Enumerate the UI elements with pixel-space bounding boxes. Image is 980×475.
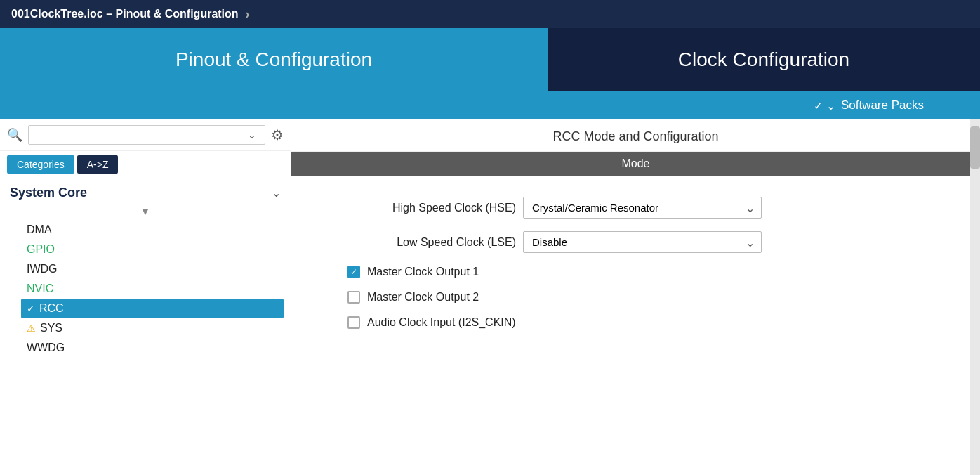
- rcc-label: RCC: [39, 302, 64, 315]
- gpio-label: GPIO: [27, 243, 55, 256]
- search-input-container[interactable]: ⌄: [28, 125, 265, 145]
- sidebar-item-iwdg[interactable]: IWDG: [21, 259, 291, 279]
- sidebar-item-sys[interactable]: ⚠ SYS: [21, 318, 291, 338]
- system-core-header[interactable]: System Core ⌄: [0, 178, 291, 204]
- sidebar-item-rcc[interactable]: ✓ RCC: [21, 299, 284, 318]
- wwdg-label: WWDG: [27, 341, 65, 354]
- audio-clock-checkbox[interactable]: [347, 316, 360, 329]
- tab-header: Pinout & Configuration Clock Configurati…: [0, 28, 980, 91]
- tab-az[interactable]: A->Z: [77, 155, 119, 174]
- sidebar: 🔍 ⌄ ⚙ Categories A->Z System Core ⌄ ▼: [0, 119, 291, 475]
- lse-label: Low Speed Clock (LSE): [319, 236, 516, 249]
- sys-warn-icon: ⚠: [27, 323, 36, 334]
- title-bar: 001ClockTree.ioc – Pinout & Configuratio…: [0, 0, 980, 28]
- sidebar-item-dma[interactable]: DMA: [21, 220, 291, 240]
- sidebar-item-nvic[interactable]: NVIC: [21, 279, 291, 299]
- search-dropdown-icon[interactable]: ⌄: [248, 129, 259, 141]
- tab-pinout-label: Pinout & Configuration: [176, 48, 372, 71]
- hse-select-wrapper: Crystal/Ceramic Resonator Disable BYPASS…: [523, 197, 762, 219]
- lse-select-wrapper: Disable Crystal/Ceramic Resonator BYPASS…: [523, 231, 762, 253]
- title-chevron-icon: ›: [246, 7, 250, 22]
- master-clock-2-label: Master Clock Output 2: [367, 291, 479, 304]
- category-tabs: Categories A->Z: [0, 151, 291, 178]
- scrollbar-thumb[interactable]: [970, 126, 980, 169]
- tab-categories-label: Categories: [17, 159, 65, 170]
- system-core-chevron-icon: ⌄: [272, 186, 281, 200]
- master-clock-1-checkbox[interactable]: ✓: [347, 266, 360, 278]
- sys-label: SYS: [40, 322, 62, 334]
- lse-select[interactable]: Disable Crystal/Ceramic Resonator BYPASS…: [523, 231, 762, 253]
- hse-select[interactable]: Crystal/Ceramic Resonator Disable BYPASS…: [523, 197, 762, 219]
- sort-icon-row: ▼: [0, 204, 291, 220]
- scrollbar-track[interactable]: [970, 119, 980, 475]
- search-input[interactable]: [34, 129, 248, 141]
- software-packs-label: Software Packs: [841, 98, 924, 112]
- master-clock-1-check-icon: ✓: [350, 267, 357, 277]
- config-rows: High Speed Clock (HSE) Crystal/Ceramic R…: [291, 190, 980, 349]
- tab-categories[interactable]: Categories: [7, 155, 74, 174]
- search-icon: 🔍: [7, 127, 22, 143]
- mode-header: Mode: [291, 152, 980, 176]
- nvic-label: NVIC: [27, 282, 53, 295]
- sidebar-item-wwdg[interactable]: WWDG: [21, 338, 291, 358]
- master-clock-2-checkbox[interactable]: [347, 291, 360, 304]
- software-packs-chevron-icon: ✓ ⌄: [814, 99, 835, 112]
- master-clock-1-label: Master Clock Output 1: [367, 266, 479, 278]
- tab-az-label: A->Z: [87, 159, 109, 170]
- tab-clock[interactable]: Clock Configuration: [548, 28, 980, 91]
- rcc-check-icon: ✓: [27, 303, 35, 314]
- rcc-mode-title: RCC Mode and Configuration: [291, 119, 980, 152]
- title-text: 001ClockTree.ioc – Pinout & Configuratio…: [11, 8, 239, 20]
- lse-row: Low Speed Clock (LSE) Disable Crystal/Ce…: [319, 231, 952, 253]
- hse-label: High Speed Clock (HSE): [319, 202, 516, 214]
- master-clock-1-row: ✓ Master Clock Output 1: [319, 266, 952, 278]
- tab-clock-label: Clock Configuration: [678, 48, 849, 71]
- software-packs-bar[interactable]: ✓ ⌄ Software Packs: [0, 91, 980, 119]
- audio-clock-label: Audio Clock Input (I2S_CKIN): [367, 316, 516, 329]
- hse-row: High Speed Clock (HSE) Crystal/Ceramic R…: [319, 197, 952, 219]
- iwdg-label: IWDG: [27, 263, 58, 275]
- sidebar-item-gpio[interactable]: GPIO: [21, 240, 291, 259]
- tab-pinout[interactable]: Pinout & Configuration: [0, 28, 548, 91]
- nav-list: DMA GPIO IWDG NVIC ✓ RCC ⚠ SYS WWDG: [0, 220, 291, 358]
- search-bar: 🔍 ⌄ ⚙: [0, 119, 291, 151]
- main-content: 🔍 ⌄ ⚙ Categories A->Z System Core ⌄ ▼: [0, 119, 980, 475]
- right-panel: RCC Mode and Configuration Mode High Spe…: [291, 119, 980, 475]
- dma-label: DMA: [27, 223, 52, 236]
- master-clock-2-row: Master Clock Output 2: [319, 291, 952, 304]
- sort-icon: ▼: [140, 206, 150, 217]
- system-core-title: System Core: [10, 186, 87, 200]
- audio-clock-row: Audio Clock Input (I2S_CKIN): [319, 316, 952, 329]
- gear-icon[interactable]: ⚙: [271, 126, 284, 143]
